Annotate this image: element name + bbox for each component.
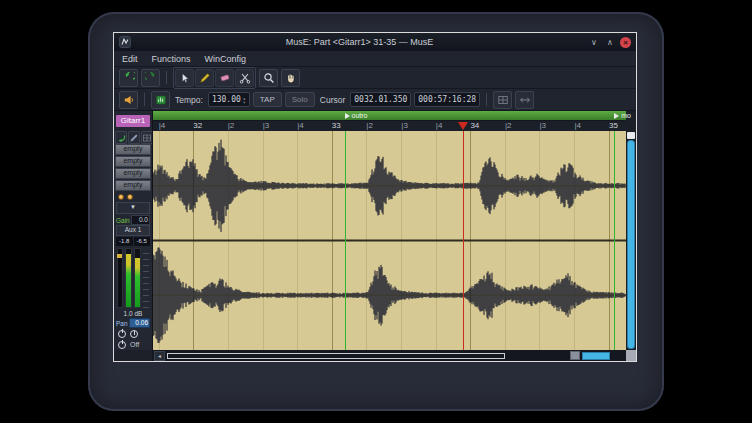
collapse-button[interactable]: ▼ bbox=[116, 202, 150, 214]
meter-left bbox=[125, 248, 132, 308]
redo-button[interactable] bbox=[141, 69, 160, 87]
power-icon[interactable] bbox=[118, 330, 126, 338]
horizontal-scroll-thumb[interactable] bbox=[167, 353, 505, 359]
cursor-barbeat-display[interactable]: 0032.01.350 bbox=[350, 92, 411, 107]
mute-icon[interactable] bbox=[118, 341, 126, 349]
panel-buttons-row2: Off bbox=[114, 339, 152, 350]
knob-icon[interactable] bbox=[130, 330, 138, 338]
close-button[interactable]: × bbox=[620, 37, 631, 48]
menu-winconfig[interactable]: WinConfig bbox=[205, 54, 247, 64]
draw-button[interactable] bbox=[128, 131, 140, 144]
level-meters bbox=[114, 246, 152, 310]
bottom-spacer bbox=[114, 350, 152, 361]
menubar: EditFunctionsWinConfig bbox=[114, 51, 636, 67]
return-arrow-button[interactable] bbox=[115, 131, 127, 144]
grid-mini-button[interactable] bbox=[141, 131, 153, 144]
vertical-scrollbar[interactable] bbox=[626, 131, 636, 350]
return-arrow-icon bbox=[116, 133, 126, 143]
stack-item-2[interactable]: empty bbox=[115, 168, 151, 179]
meter-scale bbox=[143, 248, 149, 308]
led-right-icon bbox=[127, 194, 133, 200]
fader-handle-icon[interactable] bbox=[117, 254, 122, 258]
rollup-button[interactable]: ∧ bbox=[604, 38, 616, 47]
zoom-slider[interactable] bbox=[582, 352, 610, 360]
peak-right-readout: -6.5 bbox=[134, 237, 151, 246]
audition-button[interactable] bbox=[119, 91, 138, 109]
scroll-left-button[interactable]: ◄ bbox=[154, 351, 165, 361]
led-left-icon bbox=[118, 194, 124, 200]
marker-flag-outro[interactable]: outro bbox=[345, 111, 368, 120]
eraser-tool-icon bbox=[219, 72, 231, 84]
undo-button[interactable] bbox=[119, 69, 138, 87]
tempo-spinbox[interactable]: 130.00 ▴ ▾ bbox=[208, 92, 250, 107]
cutter-tool-button[interactable] bbox=[235, 69, 254, 87]
marker-strip[interactable]: outromo bbox=[153, 111, 626, 121]
ruler-tick-34: 34 bbox=[470, 121, 479, 131]
gain-row: Gain 0.0 bbox=[114, 215, 152, 225]
volume-fader[interactable] bbox=[117, 248, 123, 308]
tempo-value: 130.00 bbox=[212, 95, 241, 104]
tempo-label: Tempo: bbox=[175, 95, 203, 105]
fader-db-readout: 1.0 dB bbox=[114, 310, 152, 318]
stack-item-1[interactable]: empty bbox=[115, 156, 151, 167]
peak-left-readout: -1.8 bbox=[116, 237, 133, 246]
audition-speaker-icon bbox=[123, 94, 135, 106]
device-bezel: MusE: Part <Gitarr1> 31-35 — MusE ∨ ∧ × … bbox=[88, 12, 664, 411]
stack-item-0[interactable]: empty bbox=[115, 144, 151, 155]
eraser-tool-button[interactable] bbox=[215, 69, 234, 87]
part-label-cell: Gitarr1 bbox=[114, 111, 153, 131]
wave-canvas[interactable] bbox=[153, 131, 626, 350]
menu-functions[interactable]: Functions bbox=[152, 54, 191, 64]
follow-song-icon bbox=[155, 94, 167, 106]
muse-window: MusE: Part <Gitarr1> 31-35 — MusE ∨ ∧ × … bbox=[113, 32, 637, 362]
tempo-spin-arrows[interactable]: ▴ ▾ bbox=[243, 96, 246, 104]
ruler-tick-33: 33 bbox=[332, 121, 341, 131]
tap-button[interactable]: TAP bbox=[253, 92, 282, 107]
part-name-label[interactable]: Gitarr1 bbox=[116, 115, 150, 127]
timeline-ruler[interactable]: outromo |432|2|3|433|2|3|434|2|3|435 bbox=[153, 111, 626, 131]
solo-button[interactable]: Solo bbox=[285, 92, 315, 107]
playhead-marker[interactable] bbox=[458, 122, 468, 130]
window-title: MusE: Part <Gitarr1> 31-35 — MusE bbox=[135, 37, 584, 47]
ruler-tick-b3: |3 bbox=[401, 121, 408, 131]
toolbar-separator bbox=[144, 93, 145, 106]
undo-icon bbox=[123, 72, 135, 84]
ruler-tick-b4: |4 bbox=[159, 121, 166, 131]
zoom-slider-handle[interactable] bbox=[570, 351, 580, 360]
gain-value[interactable]: 0.0 bbox=[131, 215, 150, 225]
pencil-tool-button[interactable] bbox=[195, 69, 214, 87]
spin-down-icon[interactable]: ▾ bbox=[243, 100, 246, 104]
pan-value[interactable]: 0.06 bbox=[129, 318, 150, 328]
ruler-tick-b4: |4 bbox=[574, 121, 581, 131]
editor-main: emptyemptyemptyempty ▼ Gain 0.0 Aux 1 -1… bbox=[114, 131, 636, 350]
zoom-tool-icon bbox=[263, 72, 275, 84]
zoom-tool-button[interactable] bbox=[259, 69, 278, 87]
cursor-timecode-display[interactable]: 000:57:16:28 bbox=[414, 92, 480, 107]
menu-edit[interactable]: Edit bbox=[122, 54, 138, 64]
stack-item-3[interactable]: empty bbox=[115, 180, 151, 191]
aux-send[interactable]: Aux 1 bbox=[116, 225, 150, 236]
grid-button[interactable] bbox=[493, 91, 512, 109]
pan-tool-button[interactable] bbox=[281, 69, 300, 87]
shade-button[interactable]: ∨ bbox=[588, 38, 600, 47]
marker-flag-mo[interactable]: mo bbox=[614, 111, 631, 120]
pointer-tool-button[interactable] bbox=[175, 69, 194, 87]
record-leds bbox=[114, 192, 152, 201]
ruler-tick-b3: |3 bbox=[263, 121, 270, 131]
ruler-ticks[interactable]: |432|2|3|433|2|3|434|2|3|435 bbox=[153, 121, 626, 131]
vertical-scroll-thumb[interactable] bbox=[627, 140, 635, 349]
ruler-tick-b2: |2 bbox=[505, 121, 512, 131]
scroll-up-button[interactable] bbox=[627, 132, 635, 139]
resize-grip[interactable] bbox=[626, 350, 636, 361]
marker-flag-icon bbox=[345, 113, 350, 119]
horizontal-scrollbar[interactable]: ◄ bbox=[152, 350, 626, 361]
ruler-tick-32: 32 bbox=[193, 121, 202, 131]
ruler-tick-35: 35 bbox=[609, 121, 618, 131]
titlebar[interactable]: MusE: Part <Gitarr1> 31-35 — MusE ∨ ∧ × bbox=[114, 33, 636, 51]
range-button[interactable] bbox=[515, 91, 534, 109]
transport-toolbar: Tempo: 130.00 ▴ ▾ TAP Solo Cursor 0032.0… bbox=[114, 89, 636, 111]
bottom-bar: ◄ bbox=[114, 350, 636, 361]
track-panel: emptyemptyemptyempty ▼ Gain 0.0 Aux 1 -1… bbox=[114, 131, 153, 350]
app-icon bbox=[119, 36, 131, 48]
follow-song-button[interactable] bbox=[151, 91, 170, 109]
